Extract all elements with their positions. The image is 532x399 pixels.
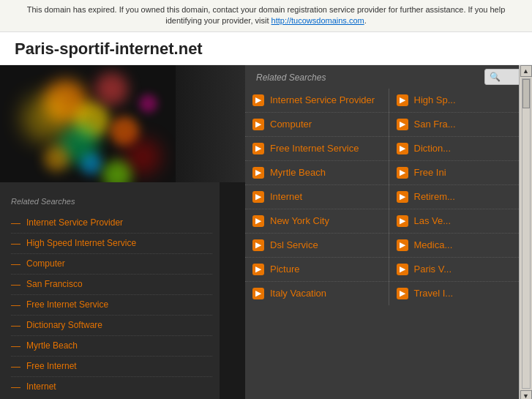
right-links-container: ▶Internet Service Provider▶Computer▶Free… — [245, 89, 532, 305]
bg-dark — [176, 65, 245, 182]
left-links-list: —Internet Service Provider—High Speed In… — [11, 213, 212, 397]
right-link-label: Internet Service Provider — [270, 94, 375, 105]
right-arrow-box: ▶ — [252, 288, 264, 299]
right-arrow-box: ▶ — [252, 215, 264, 227]
left-link-item[interactable]: —Computer — [11, 254, 212, 275]
right-link-item[interactable]: ▶High Sp... — [389, 89, 533, 113]
right-arrow-box: ▶ — [397, 239, 408, 251]
left-link-label: Free Internet — [26, 361, 77, 371]
hero-image-area — [0, 65, 176, 182]
right-link-item[interactable]: ▶San Fra... — [389, 113, 533, 137]
right-link-label: Las Ve... — [414, 215, 452, 226]
right-col-1: ▶Internet Service Provider▶Computer▶Free… — [245, 89, 389, 305]
right-arrow-box: ▶ — [252, 94, 264, 106]
left-link-label: High Speed Internet Service — [26, 238, 136, 248]
search-icon: 🔍 — [490, 72, 501, 82]
left-section-title: Related Searches — [11, 197, 212, 206]
left-link-label: Myrtle Beach — [26, 340, 78, 351]
right-link-item[interactable]: ▶Diction... — [389, 137, 533, 161]
right-link-label: Paris V... — [414, 264, 452, 275]
left-arrow-icon: — — [11, 258, 20, 269]
notification-text: This domain has expired. If you owned th… — [27, 5, 506, 25]
left-arrow-icon: — — [11, 299, 20, 310]
left-arrow-icon: — — [11, 238, 20, 249]
right-scrollbar: ▲ ▼ — [519, 65, 532, 399]
right-arrow-box: ▶ — [397, 143, 408, 154]
right-link-label: Free Ini — [414, 167, 446, 178]
right-link-item[interactable]: ▶Las Ve... — [389, 209, 533, 234]
right-link-label: Internet — [270, 191, 302, 202]
left-link-item[interactable]: —Free Internet — [11, 357, 212, 377]
right-link-label: Italy Vacation — [270, 288, 326, 299]
notification-link[interactable]: http://tucowsdomains.com — [271, 16, 364, 25]
right-link-item[interactable]: ▶Italy Vacation — [245, 282, 389, 305]
left-link-label: Dictionary Software — [26, 320, 102, 330]
left-link-label: Computer — [26, 258, 65, 269]
right-link-item[interactable]: ▶Computer — [245, 113, 389, 137]
right-link-label: Picture — [270, 264, 299, 275]
right-arrow-box: ▶ — [252, 119, 264, 130]
left-arrow-icon: — — [11, 361, 20, 372]
scroll-up-button[interactable]: ▲ — [520, 65, 532, 77]
left-arrow-icon: — — [11, 320, 20, 331]
right-link-item[interactable]: ▶Travel I... — [389, 282, 533, 305]
right-link-label: Diction... — [414, 143, 452, 154]
left-link-label: San Francisco — [26, 279, 83, 289]
left-link-label: Internet — [26, 381, 56, 392]
right-link-item[interactable]: ▶Free Internet Service — [245, 137, 389, 161]
right-link-item[interactable]: ▶Free Ini — [389, 161, 533, 185]
right-link-item[interactable]: ▶Picture — [245, 258, 389, 282]
left-arrow-icon: — — [11, 279, 20, 290]
site-header: Paris-sportif-internet.net — [0, 32, 532, 65]
right-link-item[interactable]: ▶Internet Service Provider — [245, 89, 389, 113]
right-arrow-box: ▶ — [252, 239, 264, 251]
right-link-label: Computer — [270, 119, 312, 130]
right-link-label: New York City — [270, 215, 329, 226]
right-arrow-box: ▶ — [397, 215, 408, 227]
left-link-label: Internet Service Provider — [26, 217, 123, 228]
notification-bar: This domain has expired. If you owned th… — [0, 0, 532, 32]
scroll-down-button[interactable]: ▼ — [520, 390, 532, 399]
right-arrow-box: ▶ — [252, 191, 264, 203]
main-content: Related Searches —Internet Service Provi… — [0, 65, 532, 399]
right-link-item[interactable]: ▶Retirem... — [389, 185, 533, 209]
left-link-item[interactable]: —Internet Service Provider — [11, 213, 212, 234]
right-arrow-box: ▶ — [397, 264, 408, 275]
right-link-item[interactable]: ▶Internet — [245, 185, 389, 209]
left-link-item[interactable]: —Myrtle Beach — [11, 336, 212, 357]
right-link-label: Free Internet Service — [270, 143, 359, 154]
right-link-label: Medica... — [414, 239, 453, 250]
site-title: Paris-sportif-internet.net — [15, 40, 203, 58]
left-link-label: Free Internet Service — [26, 299, 108, 310]
right-arrow-box: ▶ — [397, 94, 408, 106]
right-panel: 🔍 Related Searches ▶Internet Service Pro… — [245, 65, 532, 399]
right-arrow-box: ▶ — [397, 119, 408, 130]
right-arrow-box: ▶ — [252, 143, 264, 154]
right-col-2: ▶High Sp...▶San Fra...▶Diction...▶Free I… — [389, 89, 533, 305]
right-arrow-box: ▶ — [252, 264, 264, 275]
right-link-label: San Fra... — [414, 119, 456, 130]
left-link-item[interactable]: —Free Internet Service — [11, 295, 212, 316]
left-related-searches: Related Searches —Internet Service Provi… — [0, 186, 220, 399]
vertical-scrollbar-thumb[interactable] — [522, 79, 530, 108]
left-arrow-icon: — — [11, 340, 20, 351]
right-link-item[interactable]: ▶Myrtle Beach — [245, 161, 389, 185]
right-link-label: Travel I... — [414, 288, 454, 299]
right-arrow-box: ▶ — [397, 191, 408, 203]
right-link-item[interactable]: ▶New York City — [245, 209, 389, 234]
right-link-label: High Sp... — [414, 94, 456, 105]
left-link-item[interactable]: —High Speed Internet Service — [11, 234, 212, 254]
left-arrow-icon: — — [11, 381, 20, 392]
right-arrow-box: ▶ — [252, 167, 264, 179]
right-link-item[interactable]: ▶Paris V... — [389, 258, 533, 282]
right-link-item[interactable]: ▶Dsl Service — [245, 234, 389, 258]
right-link-label: Retirem... — [414, 191, 455, 202]
right-arrow-box: ▶ — [397, 167, 408, 179]
left-link-item[interactable]: —Dictionary Software — [11, 316, 212, 336]
left-link-item[interactable]: —San Francisco — [11, 275, 212, 295]
bokeh-image — [0, 65, 176, 182]
vertical-scrollbar-track[interactable] — [522, 78, 531, 389]
right-arrow-box: ▶ — [397, 288, 408, 299]
left-link-item[interactable]: —Internet — [11, 377, 212, 397]
right-link-item[interactable]: ▶Medica... — [389, 234, 533, 258]
